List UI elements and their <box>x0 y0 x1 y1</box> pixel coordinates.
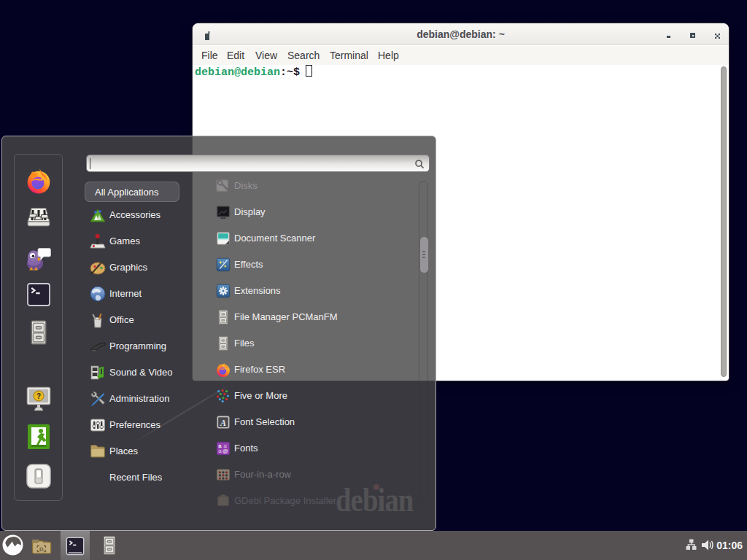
svg-text:D: D <box>39 546 44 553</box>
svg-text:a: a <box>218 448 222 454</box>
svg-text:A: A <box>220 418 226 428</box>
svg-text:@: @ <box>222 448 228 454</box>
svg-text:?: ? <box>36 392 40 400</box>
